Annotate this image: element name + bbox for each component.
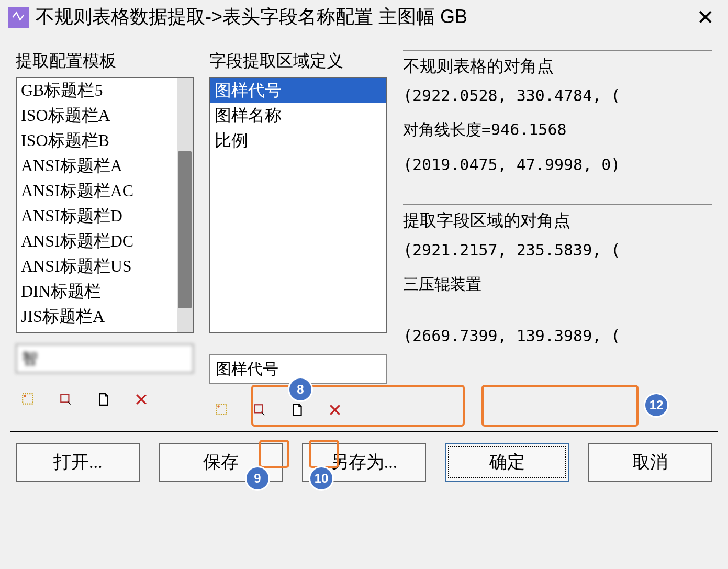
list-item[interactable]: ANSI标题栏DC <box>17 229 193 254</box>
window-title: 不规则表格数据提取->表头字段名称配置 主图幅 GB <box>36 4 691 30</box>
field-corners-title: 提取字段区域的对角点 <box>403 209 712 232</box>
svg-rect-2 <box>61 394 69 402</box>
field-listbox[interactable]: 图样代号图样名称比例 <box>209 77 387 333</box>
table-corners-title: 不规则表格的对角点 <box>403 55 712 78</box>
list-item[interactable]: JIS标题栏A <box>17 304 193 329</box>
scrollbar-thumb[interactable] <box>178 151 192 308</box>
diagonal-length: 对角线长度=946.1568 <box>403 119 712 141</box>
app-icon <box>8 7 29 28</box>
list-item[interactable]: 比例 <box>210 128 386 153</box>
new-field-icon[interactable] <box>289 401 306 418</box>
field-corner-2: (2669.7399, 139.3989, ( <box>403 327 712 345</box>
list-item[interactable]: 图样名称 <box>210 103 386 128</box>
cancel-button[interactable]: 取消 <box>588 443 712 482</box>
list-item[interactable]: 图样代号 <box>210 78 386 103</box>
template-section-label: 提取配置模板 <box>16 50 194 73</box>
list-item[interactable]: ISO标题栏B <box>17 128 193 153</box>
titlebar: 不规则表格数据提取->表头字段名称配置 主图幅 GB ✕ <box>0 0 728 34</box>
svg-point-1 <box>24 395 26 397</box>
delete-template-icon[interactable] <box>133 391 150 408</box>
annotation-badge-8: 8 <box>288 377 313 402</box>
list-item[interactable]: ANSI标题栏D <box>17 204 193 229</box>
list-item[interactable]: JIS标题栏B <box>17 329 193 332</box>
field-toolbar <box>209 399 387 420</box>
scrollbar[interactable] <box>177 78 193 332</box>
close-button[interactable]: ✕ <box>691 5 720 29</box>
annotation-badge-10: 10 <box>309 466 334 491</box>
template-listbox[interactable]: GB标题栏5ISO标题栏AISO标题栏BANSI标题栏AANSI标题栏ACANS… <box>16 77 194 333</box>
table-corner-2: (2019.0475, 47.9998, 0) <box>403 155 712 174</box>
table-corners-group: 不规则表格的对角点 (2922.0528, 330.4784, ( 对角线长度=… <box>403 50 712 188</box>
field-extracted-value: 三压辊装置 <box>403 274 481 295</box>
pick-point-icon[interactable] <box>58 391 74 408</box>
button-row: 打开... 保存 另存为... 确定 取消 <box>0 432 728 492</box>
open-button[interactable]: 打开... <box>16 443 140 482</box>
field-corners-group: 提取字段区域的对角点 (2921.2157, 235.5839, ( 三压辊装置… <box>403 204 712 360</box>
list-item[interactable]: ANSI标题栏AC <box>17 178 193 204</box>
field-corner-1: (2921.2157, 235.5839, ( <box>403 241 712 259</box>
select-region-icon[interactable] <box>20 391 37 408</box>
list-item[interactable]: DIN标题栏 <box>17 279 193 304</box>
list-item[interactable]: GB标题栏5 <box>17 78 193 103</box>
field-select-region-icon[interactable] <box>214 401 230 418</box>
new-template-icon[interactable] <box>95 391 112 408</box>
template-name-input[interactable] <box>16 344 194 373</box>
field-section-label: 字段提取区域定义 <box>209 50 387 73</box>
delete-field-icon[interactable] <box>327 401 343 418</box>
annotation-badge-12: 12 <box>644 393 669 418</box>
list-item[interactable]: ANSI标题栏US <box>17 254 193 279</box>
annotation-badge-9: 9 <box>245 466 270 491</box>
list-item[interactable]: ANSI标题栏A <box>17 153 193 178</box>
list-item[interactable]: ISO标题栏A <box>17 103 193 128</box>
table-corner-1: (2922.0528, 330.4784, ( <box>403 86 712 105</box>
svg-point-4 <box>217 405 219 407</box>
field-pick-point-icon[interactable] <box>251 401 268 418</box>
ok-button[interactable]: 确定 <box>445 443 569 482</box>
template-toolbar <box>16 389 194 410</box>
